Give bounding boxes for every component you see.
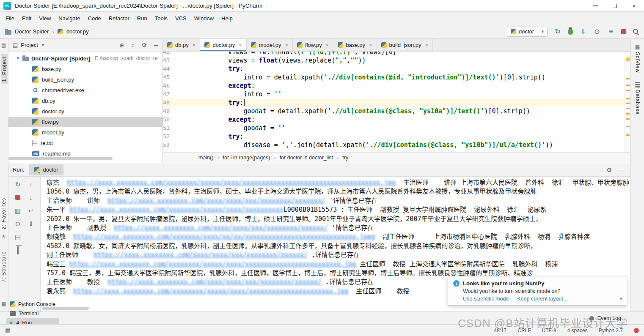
code-editor[interactable]: 42 views = re.findall(r'([\d,]+\.?)', vi…	[163, 52, 630, 152]
line-separator[interactable]: CRLF	[517, 328, 531, 333]
tree-expanded-icon[interactable]: ▼	[16, 56, 20, 60]
minimize-button[interactable]	[586, 0, 605, 11]
rerun-icon[interactable]: ↻	[554, 28, 561, 35]
toolstrip-project[interactable]: 1: Project	[1, 54, 8, 84]
event-log-button[interactable]: Event Log	[589, 315, 638, 321]
breadcrumb-project[interactable]: Doctor-Spider	[15, 28, 49, 35]
breadcrumb-file[interactable]: doctor.py	[66, 28, 89, 35]
project-file-build_json.py[interactable]: build_json.py	[8, 74, 162, 85]
warning-stripe-mark[interactable]	[626, 118, 630, 120]
project-file-base.py[interactable]: base.py	[8, 64, 162, 74]
toolstrip-sciview[interactable]: ▦ SciView	[635, 44, 641, 73]
menu-item-navigate[interactable]: Navigate	[55, 13, 84, 24]
warning-stripe-mark[interactable]	[626, 108, 630, 109]
close-tab-icon[interactable]: ×	[239, 42, 242, 48]
editor-tab-build_json.py[interactable]: build_json.py×	[377, 39, 433, 51]
close-tab-icon[interactable]: ×	[193, 42, 196, 48]
warning-stripe-mark[interactable]	[626, 78, 630, 79]
menu-item-window[interactable]: Window	[190, 13, 217, 24]
stop-icon[interactable]	[15, 195, 20, 200]
warning-stripe-mark[interactable]	[626, 98, 630, 99]
editor-breadcrumb-item[interactable]: try	[342, 155, 348, 161]
favorites-star-icon[interactable]: ★	[1, 233, 6, 239]
console-link-censored[interactable]: https://xxxx.xxxxxxxx.com/xxxx/xxxx/xxx/…	[107, 197, 325, 205]
hide-panel-icon[interactable]: ─	[619, 167, 624, 173]
project-root-node[interactable]: ▼ Doctor-Spider [Spider] E:\hadoop_spark…	[8, 53, 162, 64]
project-file-model.py[interactable]: model.py	[8, 127, 162, 138]
error-stripe-scrollbar[interactable]	[625, 52, 630, 152]
editor-breadcrumb-item[interactable]: for doctor in doctor_list	[280, 155, 333, 161]
use-scientific-mode-link[interactable]: Use scientific mode	[463, 296, 509, 302]
project-horizontal-scrollbar[interactable]	[8, 157, 113, 160]
indent-style[interactable]: 4 spaces	[567, 328, 588, 333]
project-file-doctor.py[interactable]: doctor.py	[8, 106, 162, 117]
menu-item-refactor[interactable]: Refactor	[105, 13, 133, 24]
console-link-censored[interactable]: https://xxxx.xxxxxxxx.com/xxxxxxx/xxxx/x…	[73, 233, 375, 240]
console-link-censored[interactable]: https://xxxx.xxxxxxxx.com/xxxx/xxxx/xxx/…	[114, 224, 328, 232]
warning-stripe-mark[interactable]	[626, 85, 630, 86]
project-file-chromedriver.exe[interactable]: ⚙chromedriver.exe	[8, 85, 162, 96]
toolstrip-favorites[interactable]: 2: Favorites	[1, 198, 7, 229]
restore-layout-icon[interactable]: ▦	[14, 207, 22, 215]
up-stacktrace-icon[interactable]: ↑	[27, 181, 35, 188]
maximize-button[interactable]	[605, 0, 625, 11]
run-dashboard-icon[interactable]: ≡	[607, 28, 615, 35]
chevron-down-icon[interactable]: ▾	[42, 42, 44, 48]
tool-window-icon[interactable]: ▤	[1, 42, 6, 48]
close-tab-icon[interactable]: ×	[369, 42, 372, 48]
project-file-flow.py[interactable]: flow.py	[8, 117, 162, 127]
soft-wrap-icon[interactable]: ↩	[27, 207, 35, 215]
project-file-db.py[interactable]: db.py	[8, 96, 162, 106]
editor-breadcrumb-item[interactable]: for i in range(pages)	[223, 155, 270, 161]
editor-tab-base.py[interactable]: base.py×	[333, 39, 377, 51]
toolwindow-button-terminal[interactable]: Terminal	[6, 309, 59, 318]
editor-tab-doctor.py[interactable]: doctor.py×	[200, 39, 246, 51]
toolstrip-database[interactable]: Database	[635, 82, 641, 115]
editor-breadcrumb-item[interactable]: main()	[198, 155, 213, 161]
project-panel-title[interactable]: Project	[21, 42, 38, 48]
menu-item-file[interactable]: File	[2, 13, 18, 24]
console-link-censored[interactable]: https://xxxx.xxxxxxxx.com/xxxxxxxx/xxxxx…	[69, 260, 356, 268]
console-link-censored[interactable]: https://xxxx.xxxxxxxx.com/xxxxxxxx/xxxxx…	[69, 206, 283, 213]
collapse-all-icon[interactable]: ↕	[132, 42, 135, 49]
run-tab-doctor[interactable]: doctor	[29, 164, 63, 175]
menu-item-run[interactable]: Run	[133, 13, 151, 24]
editor-tab-db.py[interactable]: db.py×	[163, 39, 200, 51]
scroll-to-end-icon[interactable]: ⇓	[27, 220, 35, 228]
debug-icon[interactable]	[568, 29, 573, 35]
toolwindow-toggle-icon[interactable]: ▦	[5, 327, 10, 333]
caret-position[interactable]: 48:17	[494, 328, 506, 333]
console-link-censored[interactable]: https://xxxx.xxxxxxxx.com/xxxxxxxx/xxxxx…	[67, 179, 396, 186]
warning-stripe-mark[interactable]	[626, 113, 630, 115]
down-stacktrace-icon[interactable]: ↓	[27, 194, 35, 202]
editor-tab-model.py[interactable]: model.py×	[247, 39, 293, 51]
close-button[interactable]: ×	[625, 0, 644, 11]
close-tab-icon[interactable]: ×	[425, 42, 428, 48]
toolwindow-button-python-console[interactable]: Python Console	[6, 300, 59, 309]
profiler-icon[interactable]: ⊙	[593, 28, 601, 35]
menu-item-edit[interactable]: Edit	[18, 13, 35, 24]
keep-current-layout-link[interactable]: Keep current layout...	[517, 296, 567, 302]
locate-file-icon[interactable]: ⊕	[119, 42, 124, 49]
menu-item-code[interactable]: Code	[84, 13, 105, 24]
notification-badge[interactable]	[634, 328, 639, 333]
search-everywhere-icon[interactable]	[633, 28, 639, 35]
editor-tab-flow.py[interactable]: flow.py×	[293, 39, 333, 51]
pin-tab-icon[interactable]: ⊙	[14, 220, 22, 228]
gear-icon[interactable]: ⚙	[607, 167, 612, 173]
toolstrip-structure[interactable]: 7: Structure	[1, 251, 7, 282]
clear-console-icon[interactable]	[17, 246, 19, 254]
console-link-censored[interactable]: https://xxxx.xxxxxxxx.com/xxxxxxxx/xxxxx…	[73, 287, 348, 295]
close-tab-icon[interactable]: ×	[285, 42, 289, 48]
chevron-down-icon[interactable]: ▾	[619, 295, 622, 302]
bottom-toolwindow-icon[interactable]: ▦	[1, 301, 6, 307]
hide-panel-icon[interactable]: ─	[154, 42, 158, 49]
run-config-select[interactable]: doctor ▾	[507, 27, 548, 37]
python-interpreter[interactable]: Python 3.7	[599, 328, 623, 333]
menu-item-vcs[interactable]: VCS	[171, 13, 190, 24]
stop-icon[interactable]	[621, 29, 626, 34]
rerun-icon[interactable]: ↻	[14, 181, 22, 188]
warning-stripe-mark[interactable]	[626, 126, 630, 127]
gear-icon[interactable]: ⚙	[142, 42, 147, 49]
menu-item-tools[interactable]: Tools	[151, 13, 171, 24]
